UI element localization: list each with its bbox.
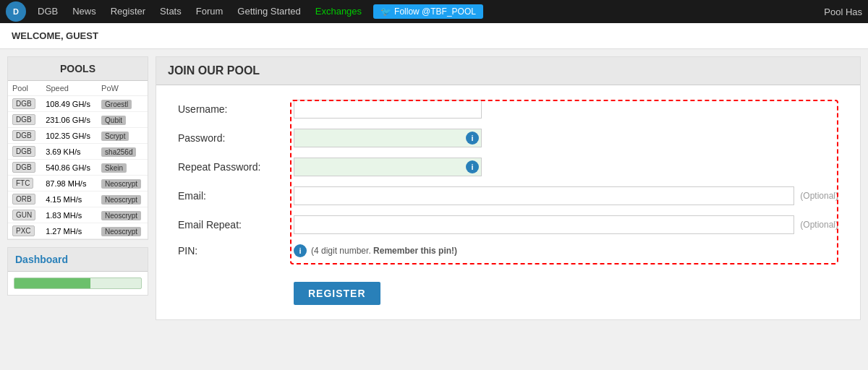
form-row: Repeat Password:i <box>178 158 838 176</box>
nav-stats[interactable]: Stats <box>153 0 189 23</box>
table-row: PXC 1.27 MH/s Neoscrypt <box>8 223 148 239</box>
col-speed: Speed <box>41 81 97 96</box>
col-pow: PoW <box>97 81 148 96</box>
pool-tag[interactable]: GUN <box>12 210 35 220</box>
pool-speed: 87.98 MH/s <box>41 176 97 192</box>
pool-speed: 1.83 MH/s <box>41 207 97 223</box>
pool-speed: 108.49 GH/s <box>41 96 97 112</box>
section-title: JOIN OUR POOL <box>168 64 260 77</box>
site-logo[interactable]: D <box>6 1 26 22</box>
pool-speed: 4.15 MH/s <box>41 192 97 207</box>
form-row: Email Repeat:(Optional) <box>178 215 838 234</box>
repeat-password-input-info-icon[interactable]: i <box>466 160 479 173</box>
email-repeat-input[interactable] <box>294 215 794 234</box>
pools-title: POOLS <box>8 57 148 81</box>
pow-badge: sha256d <box>101 147 136 157</box>
pool-tag[interactable]: ORB <box>12 194 35 205</box>
navbar: D DGB News Register Stats Forum Getting … <box>0 0 868 23</box>
table-row: DGB 540.86 GH/s Skein <box>8 160 148 176</box>
pool-tag[interactable]: DGB <box>12 162 35 173</box>
pool-tag[interactable]: DGB <box>12 98 35 109</box>
form-label: Password: <box>178 132 294 144</box>
table-row: DGB 108.49 GH/s Groestl <box>8 96 148 112</box>
pool-speed: 3.69 KH/s <box>41 144 97 160</box>
dashboard-section: Dashboard <box>7 247 148 296</box>
form-label: PIN: <box>178 245 294 257</box>
email-input[interactable] <box>294 186 794 205</box>
nav-exchanges[interactable]: Exchanges <box>308 0 369 23</box>
pool-speed: 231.06 GH/s <box>41 112 97 128</box>
main-content: JOIN OUR POOL Username:Password:iRepeat … <box>156 56 861 320</box>
pool-tag[interactable]: FTC <box>12 178 33 189</box>
dashboard-title: Dashboard <box>8 248 148 272</box>
nav-register[interactable]: Register <box>103 0 153 23</box>
dashboard-content <box>8 272 148 295</box>
pools-table: Pool Speed PoW DGB 108.49 GH/s Groestl D… <box>8 81 148 239</box>
pool-tag[interactable]: DGB <box>12 130 35 141</box>
form-row: Password:i <box>178 129 838 147</box>
repeat-password-input[interactable] <box>294 158 482 176</box>
form-row: PIN:i(4 digit number. Remember this pin!… <box>178 244 838 257</box>
col-pool: Pool <box>8 81 41 96</box>
table-row: DGB 231.06 GH/s Qubit <box>8 112 148 128</box>
table-row: GUN 1.83 MH/s Neoscrypt <box>8 207 148 223</box>
nav-news[interactable]: News <box>65 0 103 23</box>
pool-tag[interactable]: DGB <box>12 146 35 157</box>
pool-speed: 1.27 MH/s <box>41 223 97 239</box>
table-row: DGB 3.69 KH/s sha256d <box>8 144 148 160</box>
email-optional: (Optional) <box>800 191 838 201</box>
welcome-bar: WELCOME, GUEST <box>0 23 868 49</box>
progress-bar <box>14 278 142 289</box>
twitter-follow-button[interactable]: 🐦 Follow @TBF_POOL <box>373 4 483 19</box>
pow-badge: Scrypt <box>101 132 129 141</box>
table-row: DGB 102.35 GH/s Scrypt <box>8 128 148 144</box>
form-label: Email: <box>178 190 294 202</box>
password-input-info-icon[interactable]: i <box>466 132 479 145</box>
twitter-label: Follow @TBF_POOL <box>394 7 476 17</box>
pool-speed: 102.35 GH/s <box>41 128 97 144</box>
pow-badge: Neoscrypt <box>101 179 141 189</box>
register-button[interactable]: REGISTER <box>294 282 380 305</box>
pow-badge: Qubit <box>101 116 126 125</box>
form-area: Username:Password:iRepeat Password:iEmai… <box>156 85 860 319</box>
welcome-text: WELCOME, GUEST <box>12 30 98 41</box>
username-input[interactable] <box>294 100 482 119</box>
pool-tag[interactable]: DGB <box>12 114 35 125</box>
pool-tag[interactable]: PXC <box>12 225 35 236</box>
pow-badge: Groestl <box>101 100 132 109</box>
pow-badge: Skein <box>101 163 127 173</box>
pin-hint: (4 digit number. Remember this pin!) <box>311 246 457 256</box>
password-input[interactable] <box>294 129 482 147</box>
pow-badge: Neoscrypt <box>101 211 141 220</box>
section-header: JOIN OUR POOL <box>156 57 860 85</box>
pool-speed: 540.86 GH/s <box>41 160 97 176</box>
pow-badge: Neoscrypt <box>101 195 141 205</box>
pow-badge: Neoscrypt <box>101 227 141 236</box>
form-label: Repeat Password: <box>178 161 294 173</box>
nav-forum[interactable]: Forum <box>189 0 231 23</box>
table-row: ORB 4.15 MH/s Neoscrypt <box>8 192 148 207</box>
form-label: Email Repeat: <box>178 219 294 231</box>
twitter-icon: 🐦 <box>380 7 391 17</box>
pin-info-icon[interactable]: i <box>294 244 307 257</box>
form-row: Email:(Optional) <box>178 186 838 205</box>
email-repeat-optional: (Optional) <box>800 220 838 230</box>
form-row: Username: <box>178 100 838 119</box>
table-row: FTC 87.98 MH/s Neoscrypt <box>8 176 148 192</box>
form-label: Username: <box>178 103 294 115</box>
pool-has-text: Pool Has <box>824 7 862 17</box>
nav-getting-started[interactable]: Getting Started <box>230 0 307 23</box>
pools-section: POOLS Pool Speed PoW DGB 108.49 GH/s Gro… <box>7 56 148 240</box>
nav-dgb[interactable]: DGB <box>30 0 65 23</box>
progress-bar-fill <box>14 278 90 288</box>
sidebar: POOLS Pool Speed PoW DGB 108.49 GH/s Gro… <box>7 56 148 320</box>
registration-dashed-box <box>290 100 838 264</box>
